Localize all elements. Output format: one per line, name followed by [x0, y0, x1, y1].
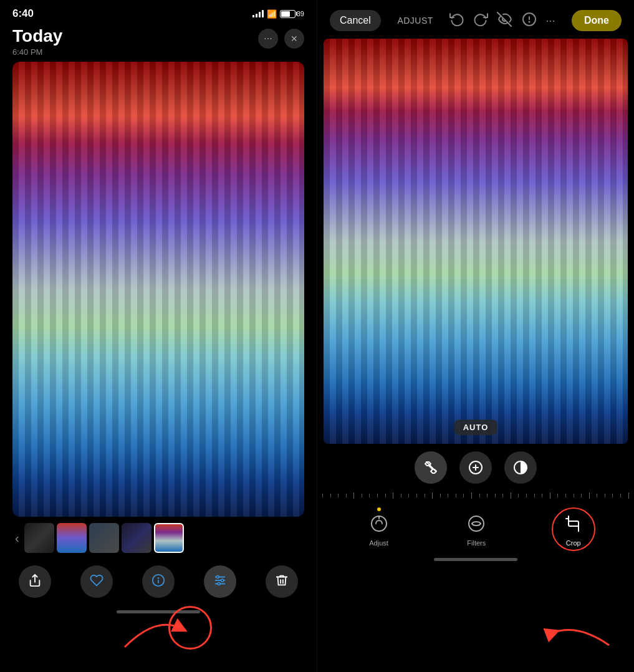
status-icons: 📶 39	[252, 9, 304, 19]
thumbnail-row: ‹	[0, 517, 317, 559]
close-icon: ✕	[291, 34, 298, 44]
info-icon	[151, 574, 165, 590]
share-icon	[28, 574, 42, 590]
bottom-toolbar	[0, 559, 317, 610]
filters-tab-icon	[468, 515, 485, 537]
svg-point-9	[218, 582, 220, 585]
edit-image: AUTO	[324, 39, 628, 444]
more-icon: ···	[264, 33, 272, 44]
delete-button[interactable]	[266, 565, 298, 598]
status-time: 6:40	[12, 7, 34, 20]
cancel-button[interactable]: Cancel	[330, 10, 381, 31]
more-button[interactable]: ···	[258, 29, 278, 49]
signal-icon	[252, 10, 264, 17]
more-icon-right[interactable]: ···	[545, 14, 555, 27]
thumbnail-2[interactable]	[57, 523, 87, 553]
hide-original-icon[interactable]	[497, 12, 513, 29]
thumb-nav-left: ‹	[12, 531, 22, 545]
tab-adjust[interactable]: Adjust	[369, 507, 388, 547]
active-dot	[377, 507, 381, 511]
circle-half-icon[interactable]	[504, 451, 537, 484]
close-button[interactable]: ✕	[284, 29, 304, 49]
tab-filters-label: Filters	[467, 539, 486, 547]
header-row: Today 6:40 PM ··· ✕	[0, 22, 317, 62]
markup-icon[interactable]	[522, 12, 537, 29]
adjust-label: ADJUST	[397, 16, 433, 26]
edit-button[interactable]	[204, 565, 236, 598]
trash-icon	[275, 574, 289, 590]
tab-adjust-label: Adjust	[369, 539, 388, 547]
right-panel: Cancel ADJUST	[317, 0, 634, 672]
edit-header: Cancel ADJUST	[317, 0, 634, 39]
wifi-icon: 📶	[267, 9, 277, 19]
svg-point-8	[221, 579, 224, 582]
done-button[interactable]: Done	[572, 10, 622, 31]
header-title-group: Today 6:40 PM	[12, 26, 62, 57]
favorite-button[interactable]	[80, 565, 113, 598]
sliders-icon	[213, 574, 227, 590]
thumbnail-1[interactable]	[24, 523, 54, 553]
adjust-tab-icon	[370, 515, 388, 537]
tab-filters[interactable]: Filters	[467, 515, 486, 547]
edit-stripe-overlay	[324, 39, 628, 444]
auto-badge: AUTO	[454, 420, 497, 435]
thumbnail-5-active[interactable]	[154, 523, 184, 553]
add-button[interactable]	[459, 451, 492, 484]
tab-crop-label: Crop	[566, 539, 581, 547]
left-panel: 6:40 📶 39 Today 6:40 PM ···	[0, 0, 317, 672]
redo-icon[interactable]	[473, 11, 488, 30]
battery-text: 39	[297, 10, 304, 17]
page-subtitle: 6:40 PM	[12, 47, 62, 57]
crop-tab-icon	[565, 515, 582, 537]
undo-icon[interactable]	[449, 11, 464, 30]
home-indicator-right	[434, 558, 517, 561]
red-arrow-right	[534, 605, 615, 655]
slider-ticks	[322, 492, 629, 499]
stripe-overlay	[12, 62, 304, 517]
info-button[interactable]	[142, 565, 175, 598]
status-bar: 6:40 📶 39	[0, 0, 317, 22]
battery-icon: 39	[280, 10, 304, 18]
header-icons: ···	[449, 11, 555, 30]
heart-icon	[90, 574, 103, 590]
svg-point-7	[217, 575, 219, 578]
main-image	[12, 62, 304, 517]
share-button[interactable]	[19, 565, 51, 598]
slider-row	[317, 489, 634, 502]
edit-action-row	[317, 444, 634, 489]
svg-point-21	[469, 516, 484, 531]
thumbnail-3[interactable]	[89, 523, 119, 553]
edit-photo-display: AUTO	[324, 39, 628, 444]
photo-display	[12, 62, 304, 517]
home-indicator	[117, 610, 200, 613]
page-title: Today	[12, 26, 62, 46]
magic-wand-button[interactable]	[415, 451, 447, 484]
bottom-edit-toolbar: Adjust Filters	[317, 502, 634, 558]
header-actions: ··· ✕	[258, 29, 304, 49]
tab-crop[interactable]: Crop	[565, 515, 582, 547]
thumbnail-4[interactable]	[122, 523, 151, 553]
